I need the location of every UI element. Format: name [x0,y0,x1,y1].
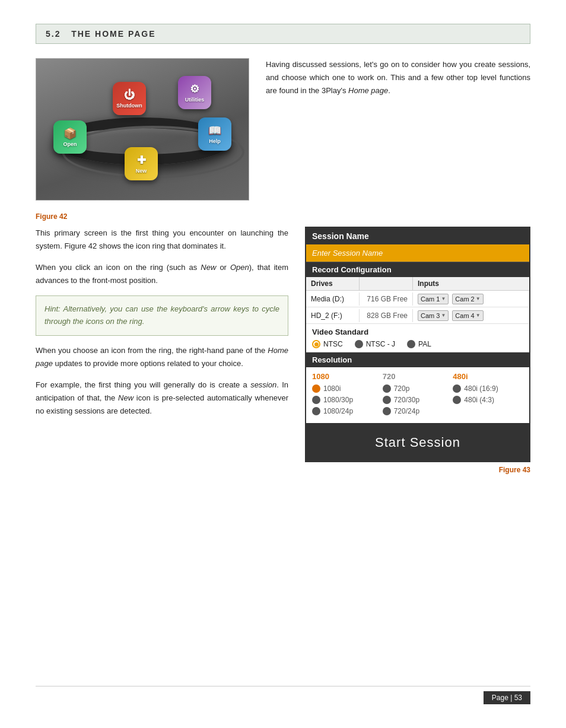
res-col-1080: 1080 1080i 1080/30p 1080/24p [312,372,383,418]
open-label: Open [63,141,77,147]
video-standard-section: Video Standard NTSC NTSC - J PAL [306,324,529,352]
ntsc-j-option[interactable]: NTSC - J [355,340,395,348]
drive-row-2: HD_2 (F:) 828 GB Free Cam 3 ▼ Cam 4 ▼ [306,307,529,324]
section-number: 5.2 [46,29,61,39]
utilities-icon-btn[interactable]: ⚙ Utilities [178,76,211,109]
utilities-label: Utilities [185,97,205,103]
start-session-button[interactable]: Start Session [306,424,529,461]
cam4-arrow-icon: ▼ [476,313,481,318]
cam1-select[interactable]: Cam 1 ▼ [418,294,449,304]
resolution-grid: 1080 1080i 1080/30p 1080/24p [306,367,529,423]
open-symbol: 📦 [63,127,77,140]
cam1-arrow-icon: ▼ [441,296,446,301]
shutdown-icon-btn[interactable]: ⏻ Shutdown [113,82,146,115]
res-720-30p[interactable]: 720/30p [383,396,453,404]
open-icon-btn[interactable]: 📦 Open [53,120,87,154]
radio-720-30p[interactable] [383,396,391,404]
res-1080i[interactable]: 1080i [312,384,383,393]
res-720p-label: 720p [394,384,410,393]
video-standard-header: Video Standard [312,328,523,336]
cam2-label: Cam 2 [455,295,474,303]
res-1080-30p-label: 1080/30p [323,396,353,404]
res-1080-30p[interactable]: 1080/30p [312,396,383,404]
res-1080-24p[interactable]: 1080/24p [312,407,383,415]
radio-720-24p[interactable] [383,407,391,415]
left-column: This primary screen is the first thing y… [36,227,288,426]
cam4-label: Cam 4 [455,312,474,319]
radio-1080i[interactable] [312,384,320,393]
cam3-arrow-icon: ▼ [441,313,446,318]
ntsc-j-radio[interactable] [355,340,363,348]
drive-2-name: HD_2 (F:) [306,309,360,322]
cam3-select[interactable]: Cam 3 ▼ [418,310,449,321]
drive-row-1: Media (D:) 716 GB Free Cam 1 ▼ Cam 2 ▼ [306,291,529,307]
ntsc-label: NTSC [323,340,343,348]
body-para-3: When you choose an icon from the ring, t… [36,344,288,370]
body-para-2: When you click an icon on the ring (such… [36,261,288,287]
cam3-label: Cam 3 [421,312,440,319]
icon-ring: ⏻ Shutdown ⚙ Utilities 📖 Help 📦 Open ✚ N… [47,70,237,189]
pal-label: PAL [418,340,431,348]
res-1080i-label: 1080i [323,384,341,393]
radio-480i-16-9[interactable] [453,384,461,393]
drive-2-free: 828 GB Free [360,309,413,322]
cam4-select[interactable]: Cam 4 ▼ [452,310,483,321]
figure-42-image: ⏻ Shutdown ⚙ Utilities 📖 Help 📦 Open ✚ N… [36,58,249,201]
session-panel: Session Name Enter Session Name Record C… [305,227,530,462]
utilities-symbol: ⚙ [190,82,199,96]
resolution-header: Resolution [306,352,529,367]
res-480i-4-3-label: 480i (4:3) [464,396,494,404]
res-480i-4-3[interactable]: 480i (4:3) [453,396,523,404]
session-name-input[interactable]: Enter Session Name [306,244,529,262]
new-label: New [136,168,147,174]
body-para-1: This primary screen is the first thing y… [36,227,288,253]
figure-43-label: Figure 43 [305,466,530,474]
res-720p[interactable]: 720p [383,384,453,393]
ntsc-option[interactable]: NTSC [312,340,343,348]
drive-1-name: Media (D:) [306,293,360,306]
help-icon-btn[interactable]: 📖 Help [198,117,231,151]
video-standard-options: NTSC NTSC - J PAL [312,340,523,348]
radio-1080-24p[interactable] [312,407,320,415]
radio-1080-30p[interactable] [312,396,320,404]
radio-720p[interactable] [383,384,391,393]
main-section: This primary screen is the first thing y… [36,227,530,474]
free-column-header [360,277,413,290]
res-720-30p-label: 720/30p [394,396,419,404]
top-description: Having discussed sessions, let's go on t… [266,58,530,97]
figure-42-label: Figure 42 [36,212,530,221]
res-header-1080: 1080 [312,372,383,381]
body-para-4: For example, the first thing you will ge… [36,379,288,418]
cam1-label: Cam 1 [421,295,440,303]
help-symbol: 📖 [208,124,221,137]
record-config-header: Record Configuration [306,262,529,277]
ntsc-radio[interactable] [312,340,320,348]
cam2-select[interactable]: Cam 2 ▼ [452,294,483,304]
res-480i-16-9[interactable]: 480i (16:9) [453,384,523,393]
new-icon-btn[interactable]: ✚ New [125,147,158,180]
drives-column-header: Drives [306,277,360,290]
shutdown-symbol: ⏻ [124,89,135,101]
res-col-720: 720 720p 720/30p 720/24p [383,372,453,418]
pal-option[interactable]: PAL [407,340,431,348]
res-480i-16-9-label: 480i (16:9) [464,384,498,393]
radio-480i-4-3[interactable] [453,396,461,404]
drive-1-cams: Cam 1 ▼ Cam 2 ▼ [413,291,529,307]
ntsc-j-label: NTSC - J [366,340,395,348]
res-720-24p-label: 720/24p [394,407,419,415]
new-symbol: ✚ [137,154,146,167]
res-header-720: 720 [383,372,453,381]
section-title: THE HOME PAGE [71,29,155,39]
hint-text: Hint: Alternatively, you can use the key… [44,304,279,326]
page-number: Page | 53 [484,691,530,704]
drives-inputs-header-row: Drives Inputs [306,277,529,291]
pal-radio[interactable] [407,340,415,348]
top-section: ⏻ Shutdown ⚙ Utilities 📖 Help 📦 Open ✚ N… [36,58,530,201]
resolution-section: Resolution 1080 1080i 1080/30p [306,352,529,424]
page-footer: Page | 53 [36,686,530,704]
hint-box: Hint: Alternatively, you can use the key… [36,295,288,336]
top-description-text: Having discussed sessions, let's go on t… [266,60,530,95]
res-720-24p[interactable]: 720/24p [383,407,453,415]
shutdown-label: Shutdown [116,103,142,109]
session-name-header: Session Name [306,228,529,244]
